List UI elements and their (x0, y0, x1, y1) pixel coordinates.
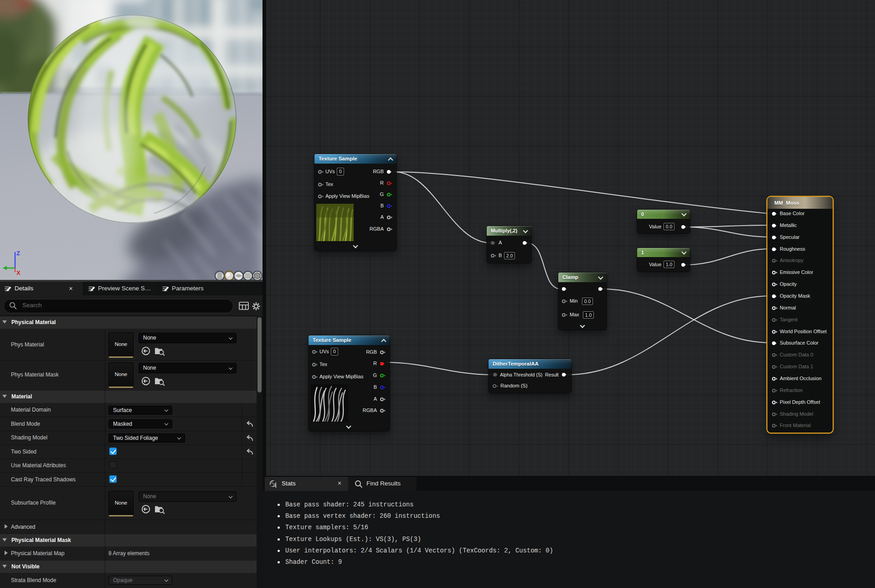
svg-text:Z: Z (16, 250, 20, 257)
svg-text:i: i (275, 484, 277, 488)
svg-text:X: X (16, 269, 21, 276)
